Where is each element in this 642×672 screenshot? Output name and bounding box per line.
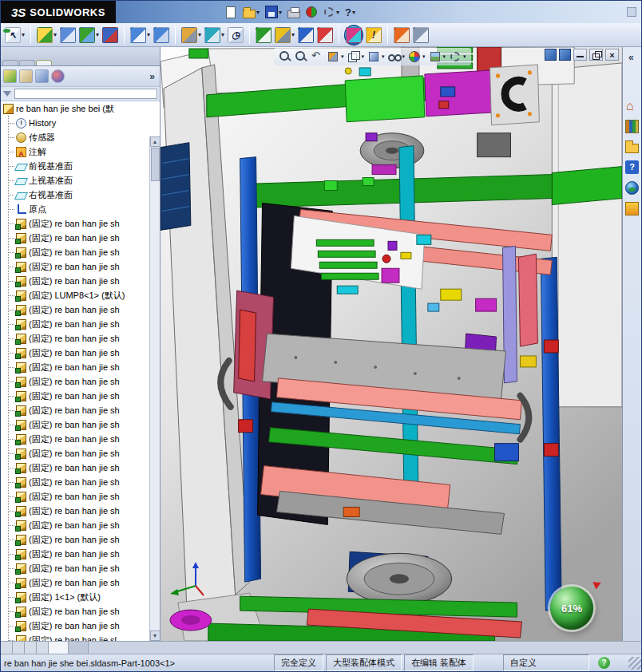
tree-item[interactable]: (固定) re ban han jie sh (9, 274, 160, 288)
tree-item[interactable]: (固定) re ban han jie sh (9, 461, 160, 475)
tree-item[interactable]: (固定) re ban han jie sh (9, 619, 160, 633)
tree-item[interactable]: (固定) re ban han jie sh (9, 489, 160, 504)
tab-nav-icon[interactable] (25, 642, 37, 654)
quick-toolbar-button[interactable] (223, 6, 239, 19)
tree-item[interactable]: History (9, 116, 160, 130)
toolbar-button[interactable]: ▾ (180, 26, 202, 45)
tree-item[interactable]: 传感器 (9, 130, 160, 144)
headsup-button[interactable]: ▾ (407, 49, 426, 64)
headsup-button[interactable]: ▾ (448, 49, 467, 64)
dropdown-caret-icon[interactable]: ▾ (336, 9, 339, 16)
tree-item[interactable]: (固定) re ban han jie sh (9, 331, 160, 346)
tree-item[interactable]: 原点 (9, 202, 160, 216)
tree-item[interactable]: (固定) re ban han jie sh (9, 346, 160, 360)
tab-nav-icon[interactable] (13, 642, 25, 654)
dropdown-caret-icon[interactable]: ▾ (362, 53, 365, 60)
quick-toolbar-button[interactable]: ▾ (321, 5, 341, 19)
command-tab[interactable] (19, 60, 35, 65)
tree-item[interactable]: (固定) re ban han jie sh (9, 604, 160, 619)
dropdown-caret-icon[interactable]: ▾ (352, 9, 355, 16)
help-shield-icon[interactable]: ? (598, 657, 610, 669)
toolbar-button[interactable] (153, 26, 170, 45)
toolbar-button[interactable] (255, 26, 272, 45)
scrollbar-thumb[interactable] (151, 148, 160, 181)
headsup-button[interactable]: ▾ (326, 49, 345, 64)
toolbar-button[interactable] (316, 26, 334, 45)
tree-item[interactable]: (固定) re ban han jie sl (9, 633, 160, 641)
graphics-area[interactable]: ▾ ▾ ▾ ▾ ▾ ▾ ▾ (160, 47, 622, 641)
restore-icon[interactable] (589, 49, 603, 61)
menu-item[interactable] (121, 9, 133, 15)
dropdown-caret-icon[interactable]: ▾ (291, 31, 295, 38)
dropdown-caret-icon[interactable]: ▾ (54, 31, 57, 38)
dropdown-caret-icon[interactable]: ▾ (198, 31, 201, 38)
document-tab[interactable] (49, 642, 69, 654)
tree-item[interactable]: (固定) re ban han jie sh (9, 231, 160, 245)
headsup-button[interactable]: ▾ (347, 49, 366, 64)
tree-item[interactable]: (固定) re ban han jie sh (9, 518, 160, 532)
dropdown-caret-icon[interactable]: ▾ (382, 53, 385, 60)
dropdown-caret-icon[interactable]: ▾ (279, 9, 282, 16)
tree-item[interactable]: (固定) re ban han jie sh (9, 259, 160, 274)
dropdown-caret-icon[interactable]: ▾ (443, 53, 446, 60)
dropdown-caret-icon[interactable]: ▾ (221, 31, 224, 38)
tree-filter-input[interactable] (14, 89, 157, 99)
toolbar-button[interactable]: ▾ (36, 26, 57, 45)
tree-item[interactable]: (固定) re ban han jie sh (9, 547, 160, 561)
toolbar-button[interactable]: ▾ (129, 26, 151, 45)
tree-item[interactable]: 上视基准面 (9, 173, 160, 188)
task-pane-icon[interactable] (625, 181, 639, 195)
headsup-button[interactable]: ▾ (387, 49, 406, 64)
quick-toolbar-button[interactable]: ▾ (241, 6, 261, 19)
headsup-button[interactable] (294, 49, 308, 64)
quick-toolbar-button[interactable] (304, 6, 319, 18)
headsup-button[interactable]: ▾ (367, 49, 386, 64)
task-pane-icon[interactable] (625, 120, 639, 133)
tree-item[interactable]: (固定) re ban han jie sh (9, 504, 160, 518)
status-custom-cell[interactable]: 自定义 (503, 654, 589, 671)
dropdown-caret-icon[interactable]: ▾ (463, 53, 466, 60)
dropdown-caret-icon[interactable]: ▾ (422, 53, 426, 60)
tree-item[interactable]: (固定) re ban han jie sh (9, 417, 160, 432)
menu-item[interactable] (146, 9, 159, 15)
toolbar-button[interactable] (393, 26, 410, 45)
tree-item[interactable]: (固定) re ban han jie sh (9, 389, 160, 403)
toolbar-button[interactable] (297, 26, 315, 45)
menu-item[interactable] (133, 9, 146, 15)
tree-item[interactable]: (固定) re ban han jie sh (9, 302, 160, 317)
tree-item[interactable]: 右视基准面 (9, 188, 160, 202)
tree-item[interactable]: (固定) re ban han jie sh (9, 374, 160, 389)
quick-toolbar-button[interactable]: ? ▾ (343, 6, 357, 19)
dropdown-caret-icon[interactable]: ▾ (256, 9, 260, 16)
resize-grip[interactable] (628, 657, 641, 670)
dropdown-caret-icon[interactable]: ▾ (341, 53, 344, 60)
document-icon[interactable] (559, 49, 571, 61)
close-icon[interactable]: × (605, 49, 619, 61)
tree-item[interactable]: (固定) re ban han jie sh (9, 216, 160, 231)
toolbar-button[interactable] (59, 26, 77, 45)
toolbar-button[interactable]: ◷ (227, 26, 244, 45)
tab-nav-icon[interactable] (1, 642, 13, 654)
toolbar-button[interactable] (412, 26, 430, 45)
toolbar-button[interactable]: ! (365, 26, 382, 45)
quick-toolbar-button[interactable]: ▾ (264, 5, 283, 19)
dropdown-caret-icon[interactable]: ▾ (96, 31, 99, 38)
tree-item[interactable]: (固定) re ban han jie sh (9, 475, 160, 489)
toolbar-button[interactable] (101, 26, 119, 45)
headsup-button[interactable]: ▾ (428, 49, 447, 64)
scroll-down-icon[interactable]: ▼ (150, 630, 160, 641)
tree-item[interactable]: (固定) re ban han jie sh (9, 360, 160, 374)
menu-item[interactable] (159, 9, 172, 15)
panel-tab-icon[interactable] (35, 69, 49, 83)
task-pane-icon[interactable] (625, 99, 639, 113)
headsup-button[interactable] (310, 49, 324, 64)
tree-item[interactable]: (固定) re ban han jie sh (9, 575, 160, 590)
panel-chevron-icon[interactable]: » (149, 71, 155, 82)
headsup-button[interactable] (278, 49, 292, 64)
panel-tab-icon[interactable] (19, 69, 33, 83)
titlebar-collapse-button[interactable] (627, 7, 636, 17)
menu-item[interactable] (184, 9, 197, 15)
quick-toolbar-button[interactable] (286, 6, 302, 19)
dropdown-caret-icon[interactable]: ▾ (22, 31, 25, 38)
tree-scrollbar[interactable]: ▲ ▼ (149, 136, 160, 641)
